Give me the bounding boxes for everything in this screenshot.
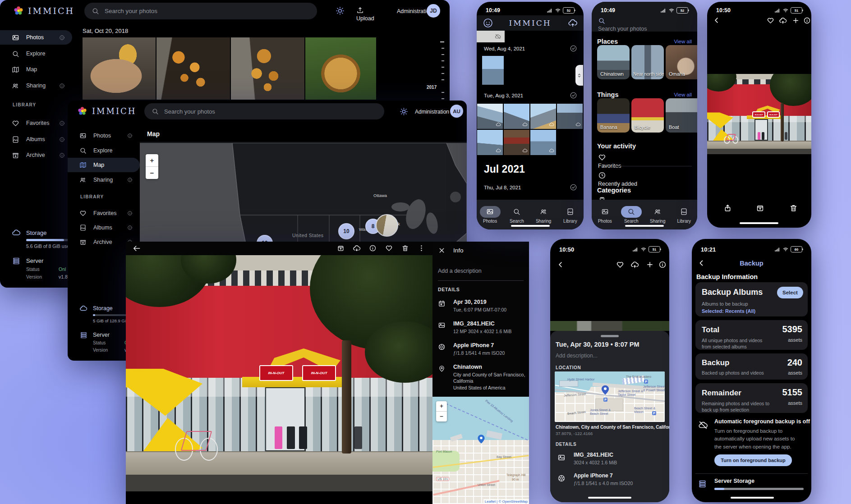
place-card-near-north-side[interactable]: Near north side (631, 45, 664, 79)
sidebar-item-explore[interactable]: Explore (0, 46, 72, 61)
turn-on-foreground-backup-button[interactable]: Turn on foreground backup (714, 454, 792, 466)
trash-icon[interactable] (789, 204, 798, 212)
heart-icon[interactable] (767, 17, 774, 24)
zoom-out-button[interactable]: − (146, 167, 158, 179)
photo-thumbnail-mushroom-4[interactable] (305, 37, 376, 100)
place-card-chinatown[interactable]: Chinatown (597, 45, 630, 79)
photo-thumbnail[interactable] (477, 104, 503, 129)
photo-thumbnail-mushroom-3[interactable] (231, 37, 304, 100)
nav-item-photos[interactable]: Photos (592, 206, 618, 224)
kebab-menu-icon[interactable] (418, 244, 425, 252)
sidebar-item-sharing[interactable]: Sharing (0, 78, 72, 93)
location-map[interactable]: Hyde Street Harbor The Embarcadero Jeffe… (555, 371, 665, 422)
share-icon[interactable] (723, 204, 732, 212)
timeline-scrub-handle[interactable] (575, 65, 583, 86)
photo-thumbnail[interactable] (530, 104, 556, 129)
map-cluster-marker[interactable]: 10 (338, 223, 354, 239)
map-zoom-control[interactable]: + − (436, 401, 447, 422)
info-icon[interactable] (658, 261, 667, 269)
favorites-row[interactable]: Favorites (598, 153, 621, 170)
sidebar-item-albums[interactable]: Albums (68, 220, 140, 235)
backup-cloud-icon[interactable] (568, 18, 578, 28)
photo-innout-mobile[interactable]: IN-N-OUT IN-N-OUT (707, 74, 811, 154)
select-check-icon[interactable] (570, 45, 577, 52)
place-card-omaha[interactable]: Omaha (666, 45, 697, 79)
user-avatar[interactable]: JD (427, 4, 440, 18)
photo-sliver[interactable] (550, 321, 669, 331)
search-input[interactable]: Search your photos (598, 17, 647, 32)
sheet-drag-handle[interactable] (601, 335, 619, 337)
sidebar-item-explore[interactable]: Explore (68, 143, 140, 158)
info-icon[interactable] (369, 244, 377, 252)
search-input[interactable]: Search your photos (84, 3, 317, 19)
sidebar-item-archive[interactable]: Archive (0, 148, 72, 162)
archive-add-icon[interactable] (756, 204, 764, 212)
theme-toggle-sun-icon[interactable] (400, 107, 408, 116)
back-chevron-icon[interactable] (557, 261, 565, 269)
photo-thumbnail[interactable] (530, 130, 556, 155)
things-view-all-link[interactable]: View all (674, 92, 692, 97)
info-icon[interactable] (59, 152, 65, 158)
add-description-field[interactable]: Add description... (556, 353, 598, 359)
user-avatar[interactable]: AU (450, 105, 463, 118)
nav-item-library[interactable]: Library (671, 206, 698, 224)
sidebar-item-sharing[interactable]: Sharing (68, 173, 140, 187)
info-icon[interactable] (127, 177, 133, 183)
heart-icon[interactable] (616, 261, 624, 269)
map-attribution[interactable]: Leaflet | © OpenStreetMap (483, 499, 529, 504)
info-mini-map[interactable]: Fort Mason Bay Street Union Street Teleg… (432, 397, 529, 504)
sidebar-item-map[interactable]: Map (0, 62, 72, 77)
photo-thumbnail-partial[interactable] (477, 31, 505, 42)
recently-added-row[interactable]: Recently added (598, 171, 637, 188)
heart-icon[interactable] (385, 244, 393, 252)
info-icon[interactable] (59, 83, 65, 89)
photo-thumbnail-mushroom-2[interactable] (156, 37, 230, 100)
thing-card-banana[interactable]: Banana (597, 98, 630, 133)
photo-thumbnail[interactable] (504, 130, 529, 155)
thing-card-bicycle[interactable]: Bicycle (631, 98, 664, 133)
info-icon[interactable] (127, 225, 133, 230)
sidebar-item-favorites[interactable]: Favorites (0, 116, 72, 130)
upload-button[interactable]: Upload (356, 6, 374, 22)
photo-innout-large[interactable]: IN-N-OUT IN-N-OUT (126, 255, 432, 491)
photo-thumbnail[interactable] (504, 104, 529, 129)
info-icon[interactable] (59, 137, 65, 142)
nav-item-search[interactable]: Search (503, 206, 530, 224)
cloud-download-icon[interactable] (353, 244, 361, 252)
archive-icon[interactable] (337, 244, 345, 252)
plus-icon[interactable] (792, 17, 800, 24)
back-chevron-icon[interactable] (713, 16, 721, 24)
select-check-icon[interactable] (570, 92, 577, 99)
back-arrow-icon[interactable] (132, 244, 141, 253)
map-photo-marker[interactable] (376, 214, 398, 237)
info-icon[interactable] (127, 133, 133, 138)
trash-icon[interactable] (401, 244, 409, 252)
theme-toggle-sun-icon[interactable] (336, 6, 345, 15)
sidebar-item-albums[interactable]: Albums (0, 132, 72, 147)
places-view-all-link[interactable]: View all (674, 39, 692, 44)
info-icon[interactable] (127, 211, 133, 216)
photo-thumbnail[interactable] (477, 130, 503, 155)
cloud-upload-icon[interactable] (630, 261, 639, 269)
zoom-in-button[interactable]: + (146, 154, 158, 167)
nav-item-sharing[interactable]: Sharing (530, 206, 557, 224)
sidebar-item-favorites[interactable]: Favorites (68, 206, 140, 220)
close-icon[interactable] (438, 247, 446, 254)
nav-item-sharing[interactable]: Sharing (644, 206, 671, 224)
nav-item-photos[interactable]: Photos (477, 206, 503, 224)
plus-icon[interactable] (646, 261, 654, 269)
sidebar-item-photos[interactable]: Photos (68, 128, 140, 143)
sidebar-item-map-active[interactable]: Map (68, 158, 140, 172)
administration-link[interactable]: Administration (415, 109, 449, 115)
cloud-upload-icon[interactable] (779, 17, 787, 25)
nav-item-library[interactable]: Library (557, 206, 584, 224)
thing-card-boat[interactable]: Boat (666, 98, 697, 133)
map-zoom-control[interactable]: + − (146, 154, 158, 179)
zoom-in-button[interactable]: + (436, 401, 447, 412)
photo-thumbnail[interactable] (482, 56, 504, 85)
nav-item-search[interactable]: Search (618, 206, 645, 224)
search-input[interactable]: Search your photos (144, 103, 384, 119)
select-check-icon[interactable] (570, 183, 577, 191)
photo-thumbnail-mushroom-1[interactable] (83, 37, 156, 100)
sidebar-item-photos[interactable]: Photos (0, 30, 72, 45)
